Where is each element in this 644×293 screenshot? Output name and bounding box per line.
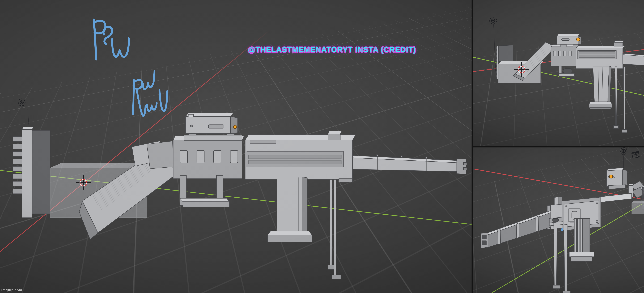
point-light[interactable]: [18, 99, 25, 106]
camera-object[interactable]: [632, 151, 639, 158]
gun-model-front-quarter[interactable]: [481, 168, 644, 293]
stock-box-translucent: [632, 203, 644, 214]
barrel: [623, 53, 644, 67]
blender-quad-view-screenshot: { "meta": { "application": "Blender-styl…: [0, 0, 644, 293]
point-light[interactable]: [490, 17, 497, 24]
receiver-left: [551, 47, 576, 66]
bipod-rods: [553, 223, 570, 293]
viewport-bottom-right-scene: [473, 148, 644, 293]
barrel: [353, 154, 467, 174]
viewport-bottom-right[interactable]: [473, 148, 644, 293]
magazine-column: [589, 66, 612, 109]
stock-plate-back: [498, 45, 513, 62]
viewport-main[interactable]: @THELASTMEMENATORYT INSTA (CREDIT): [0, 0, 472, 293]
scope: [606, 168, 627, 189]
rear-sight: [328, 134, 340, 140]
stock-plate-top: [22, 127, 34, 130]
groove-panel: [247, 151, 344, 167]
trigger-guard: [180, 176, 230, 207]
trigger-guard-hole: [563, 69, 572, 74]
gun-model-side-view[interactable]: [13, 113, 467, 279]
scope: [184, 113, 242, 140]
watermark: imgflip.com: [1, 288, 22, 292]
annotation-pew-1: [94, 20, 129, 60]
barrel: [481, 210, 551, 248]
rear-sight: [614, 42, 623, 46]
muzzle: [457, 159, 466, 174]
viewport-main-scene: [0, 0, 472, 293]
gun-model-rear-quarter[interactable]: [496, 34, 644, 133]
bipod-rods: [328, 180, 341, 279]
stock-plate-back: [32, 130, 50, 214]
viewport-top-right[interactable]: [473, 0, 644, 146]
stock-rail-teeth: [13, 136, 22, 194]
viewport-top-right-scene: [473, 0, 644, 146]
stock-plate: [22, 130, 32, 218]
annotation-vmv: [137, 90, 167, 116]
magazine-column: [268, 177, 312, 242]
credit-text: @THELASTMEMENATORYT INSTA (CREDIT): [248, 45, 416, 54]
camera-icon: [632, 151, 639, 158]
point-light[interactable]: [620, 148, 627, 154]
